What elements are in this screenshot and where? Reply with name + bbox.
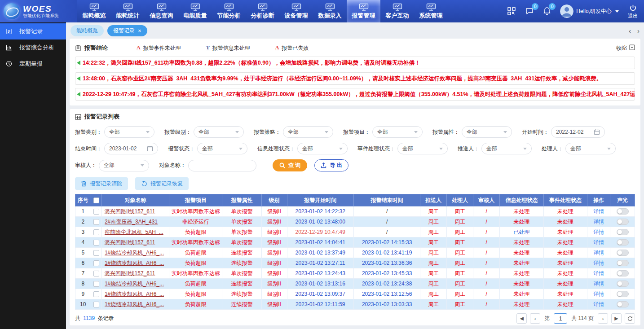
sound-light-toggle[interactable] xyxy=(617,291,629,297)
tab-energy-overview[interactable]: 能耗概览 xyxy=(71,25,104,36)
nav-item-device-management[interactable]: 设备管理 xyxy=(279,0,313,22)
detail-link[interactable]: 详情 xyxy=(593,291,604,297)
row-checkbox[interactable] xyxy=(93,219,99,225)
page-input[interactable] xyxy=(554,313,567,324)
tab-close-icon[interactable]: × xyxy=(138,28,141,34)
object-name-input[interactable] xyxy=(188,160,256,171)
row-checkbox[interactable] xyxy=(93,271,99,276)
detail-link[interactable]: 详情 xyxy=(593,208,604,215)
detail-link[interactable]: 详情 xyxy=(593,281,604,287)
row-checkbox[interactable] xyxy=(93,291,99,297)
sound-light-toggle[interactable] xyxy=(617,208,629,215)
detail-link[interactable]: 详情 xyxy=(593,229,604,235)
alarm-attribute-select[interactable]: 全部 xyxy=(462,126,512,138)
object-name-link[interactable]: 1#烧结冷却风机_AH6_... xyxy=(101,258,169,268)
nav-item-analysis-diagnosis[interactable]: 分析诊断 xyxy=(246,0,279,22)
detail-link[interactable]: 详情 xyxy=(593,260,604,266)
restore-records-button[interactable]: 报警记录恢复 xyxy=(135,177,189,190)
detail-link[interactable]: 详情 xyxy=(593,239,604,246)
message-icon[interactable]: 0 xyxy=(525,7,534,16)
sound-light-toggle[interactable] xyxy=(617,260,629,266)
conclusion-tab-label: 报警已失效 xyxy=(282,44,309,52)
tab-scroll-right-icon[interactable]: › xyxy=(637,27,640,35)
auditor-select[interactable]: 全部 xyxy=(99,160,149,171)
nav-item-data-entry[interactable]: 数据录入 xyxy=(313,0,347,22)
info-process-status-select[interactable]: 全部 xyxy=(297,143,348,154)
object-name-link[interactable]: 1#烧结冷却风机_AH6_... xyxy=(101,279,169,289)
sound-light-toggle[interactable] xyxy=(617,229,629,235)
last-page-button[interactable]: ▶ xyxy=(611,313,622,324)
alarm-status-select[interactable]: 全部 xyxy=(197,143,247,154)
alarm-category-select[interactable]: 全部 xyxy=(104,126,154,138)
end-time-input[interactable]: 2023-01-02 xyxy=(104,143,158,154)
pusher-select[interactable]: 全部 xyxy=(481,143,532,154)
row-checkbox[interactable] xyxy=(93,229,99,235)
alarm-strategy-select[interactable]: 全部 xyxy=(283,126,333,138)
row-checkbox[interactable] xyxy=(93,302,99,307)
detail-link[interactable]: 详情 xyxy=(593,250,604,256)
qr-code-icon[interactable] xyxy=(507,7,516,16)
select-all-checkbox[interactable] xyxy=(93,197,99,203)
conclusion-tab-alarm-expired[interactable]: A报警已失效 xyxy=(275,44,309,52)
filter-label: 处理人： xyxy=(542,145,563,153)
row-checkbox[interactable] xyxy=(93,260,99,266)
sound-light-toggle[interactable] xyxy=(617,281,629,287)
nav-item-system-management[interactable]: 系统管理 xyxy=(414,0,448,22)
object-name-link[interactable]: 潞兴回路II线157_611 xyxy=(101,206,169,217)
sound-light-toggle[interactable] xyxy=(617,239,629,246)
nav-item-power-quality[interactable]: 电能质量 xyxy=(178,0,212,22)
nav-monitor-icon xyxy=(157,3,167,11)
nav-item-alarm-management[interactable]: 报警管理 xyxy=(347,0,380,22)
nav-item-info-query[interactable]: 信息查询 xyxy=(145,0,178,22)
clear-records-button[interactable]: 报警记录清除 xyxy=(75,177,128,190)
logout-button[interactable]: 退出 xyxy=(628,4,638,18)
conclusion-tab-alarm-info-unhandled[interactable]: T报警信息未处理 xyxy=(206,44,250,52)
operation-cell: 详情 xyxy=(587,299,610,310)
object-name-link[interactable]: 潞兴回路II线157_611 xyxy=(101,237,169,248)
object-name-link[interactable]: 1#烧结冷却风机_AH6_... xyxy=(101,289,169,299)
bell-icon[interactable]: 0 xyxy=(543,7,551,16)
alarm-end-time-cell: 2023-01-02 13:12:56 xyxy=(353,289,420,299)
tab-alarm-records[interactable]: 报警记录× xyxy=(107,25,147,36)
nav-item-energy-saving-analysis[interactable]: 节能分析 xyxy=(212,0,246,22)
row-checkbox[interactable] xyxy=(93,281,99,287)
object-name-link[interactable]: 窑前除尘北风机_5AH_... xyxy=(101,227,169,237)
first-page-button[interactable]: ◀ xyxy=(516,313,527,324)
object-name-link[interactable]: 2#南变压器_3AH_431 xyxy=(101,217,169,227)
sound-light-toggle[interactable] xyxy=(617,250,629,256)
nav-item-energy-overview[interactable]: 能耗概览 xyxy=(77,0,111,22)
alert-message: 14:22:32，潞兴回路II线157_611功率因数为0.88，越限2.22%… xyxy=(75,57,635,69)
alarm-project-select[interactable]: 全部 xyxy=(372,126,423,138)
collapse-button[interactable]: 收缩 xyxy=(616,44,635,52)
detail-link[interactable]: 详情 xyxy=(593,219,604,225)
sound-light-toggle[interactable] xyxy=(617,301,629,307)
object-name-link[interactable]: 1#烧结冷却风机_AH6_... xyxy=(101,248,169,258)
nav-item-energy-stats[interactable]: 能耗统计 xyxy=(111,0,145,22)
detail-link[interactable]: 详情 xyxy=(593,270,604,276)
sidebar-item-periodic-report[interactable]: 定期呈报 xyxy=(0,56,66,72)
next-page-button[interactable]: › xyxy=(598,313,608,324)
row-checkbox[interactable] xyxy=(93,240,99,246)
search-button[interactable]: 查 询 xyxy=(273,159,307,171)
row-checkbox[interactable] xyxy=(93,250,99,256)
nav-item-customer-interaction[interactable]: 客户互动 xyxy=(380,0,414,22)
alarm-level-select[interactable]: 全部 xyxy=(194,126,244,138)
sidebar-item-alarm-records[interactable]: 报警记录 xyxy=(0,23,66,39)
sound-light-toggle[interactable] xyxy=(617,219,629,225)
prev-page-button[interactable]: ‹ xyxy=(530,313,540,324)
export-button[interactable]: 导 出 xyxy=(314,159,348,171)
row-checkbox[interactable] xyxy=(93,209,99,215)
start-time-input[interactable]: 2022-12-02 xyxy=(551,126,605,138)
handler-select[interactable]: 全部 xyxy=(565,143,616,154)
object-name-link[interactable]: 1#烧结冷却风机_AH6_... xyxy=(101,299,169,310)
conclusion-tab-alarm-events-unhandled[interactable]: A报警事件未处理 xyxy=(137,44,181,52)
checkbox-cell xyxy=(91,227,101,237)
object-name-link[interactable]: 潞兴回路II线157_611 xyxy=(101,268,169,279)
event-process-status-select[interactable]: 全部 xyxy=(397,143,448,154)
detail-link[interactable]: 详情 xyxy=(593,301,604,307)
refresh-button[interactable] xyxy=(625,313,635,324)
tab-scroll-left-icon[interactable]: ‹ xyxy=(629,27,631,35)
user-menu[interactable]: Hello,研发中心 xyxy=(560,4,619,18)
sidebar-item-alarm-analysis[interactable]: 报警综合分析 xyxy=(0,39,66,56)
sound-light-toggle[interactable] xyxy=(617,270,629,276)
